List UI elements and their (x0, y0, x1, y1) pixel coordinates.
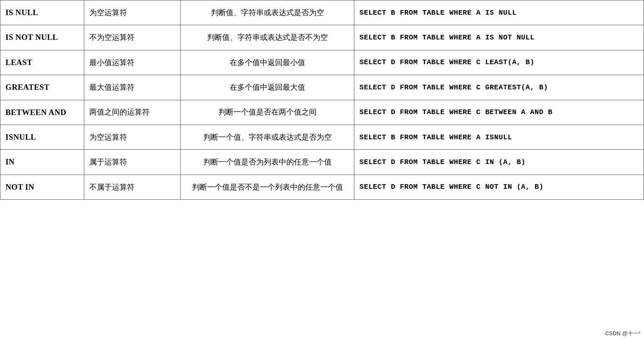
operator-detail: 在多个值中返回最小值 (180, 50, 354, 75)
operator-description: 最大值运算符 (84, 75, 180, 100)
table-row: GREATEST最大值运算符在多个值中返回最大值SELECT D FROM TA… (0, 75, 644, 100)
operator-name: NOT IN (0, 175, 84, 199)
operator-example: SELECT B FROM TABLE WHERE A IS NOT NULL (354, 25, 644, 50)
table-row: IN属于运算符判断一个值是否为列表中的任意一个值SELECT D FROM TA… (0, 150, 644, 175)
operator-example: SELECT D FROM TABLE WHERE C NOT IN (A, B… (354, 175, 644, 199)
operator-description: 为空运算符 (84, 0, 180, 25)
operator-description: 最小值运算符 (84, 50, 180, 75)
table-row: BETWEEN AND两值之间的运算符判断一个值是否在两个值之间SELECT D… (0, 100, 644, 125)
operator-name: ISNULL (0, 125, 84, 149)
operator-name: IS NOT NULL (0, 25, 84, 50)
operator-example: SELECT D FROM TABLE WHERE C GREATEST(A, … (354, 75, 644, 100)
operator-description: 两值之间的运算符 (84, 100, 180, 125)
table-row: NOT IN不属于运算符判断一个值是否不是一个列表中的任意一个值SELECT D… (0, 175, 644, 199)
table-row: ISNULL为空运算符判断一个值、字符串或表达式是否为空SELECT B FRO… (0, 125, 644, 149)
operators-table: IS NULL为空运算符判断值、字符串或表达式是否为空SELECT B FROM… (0, 0, 644, 200)
table-row: LEAST最小值运算符在多个值中返回最小值SELECT D FROM TABLE… (0, 50, 644, 75)
operator-detail: 在多个值中返回最大值 (180, 75, 354, 100)
operator-description: 为空运算符 (84, 125, 180, 149)
operator-description: 不属于运算符 (84, 175, 180, 199)
operator-example: SELECT D FROM TABLE WHERE C BETWEEN A AN… (354, 100, 644, 125)
operator-name: LEAST (0, 50, 84, 75)
operator-example: SELECT D FROM TABLE WHERE C IN (A, B) (354, 150, 644, 175)
operator-name: GREATEST (0, 75, 84, 100)
operator-name: IS NULL (0, 0, 84, 25)
page-wrapper: IS NULL为空运算符判断值、字符串或表达式是否为空SELECT B FROM… (0, 0, 644, 339)
operator-detail: 判断一个值是否不是一个列表中的任意一个值 (180, 175, 354, 199)
table-row: IS NULL为空运算符判断值、字符串或表达式是否为空SELECT B FROM… (0, 0, 644, 25)
operator-example: SELECT D FROM TABLE WHERE C LEAST(A, B) (354, 50, 644, 75)
operator-name: BETWEEN AND (0, 100, 84, 125)
operator-detail: 判断值、字符串或表达式是否不为空 (180, 25, 354, 50)
operator-detail: 判断值、字符串或表达式是否为空 (180, 0, 354, 25)
operator-description: 属于运算符 (84, 150, 180, 175)
operator-example: SELECT B FROM TABLE WHERE A ISNULL (354, 125, 644, 149)
operator-detail: 判断一个值是否在两个值之间 (180, 100, 354, 125)
operator-detail: 判断一个值、字符串或表达式是否为空 (180, 125, 354, 149)
operator-name: IN (0, 150, 84, 175)
operator-example: SELECT B FROM TABLE WHERE A IS NULL (354, 0, 644, 25)
table-row: IS NOT NULL不为空运算符判断值、字符串或表达式是否不为空SELECT … (0, 25, 644, 50)
watermark: CSDN @十一* (605, 330, 641, 337)
operator-detail: 判断一个值是否为列表中的任意一个值 (180, 150, 354, 175)
operator-description: 不为空运算符 (84, 25, 180, 50)
